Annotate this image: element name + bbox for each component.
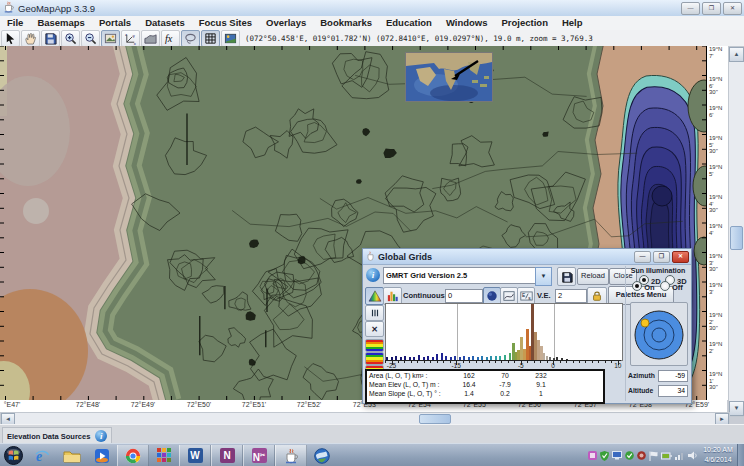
menu-item-bookmarks[interactable]: Bookmarks — [313, 16, 379, 30]
altitude-input[interactable]: 34 — [658, 385, 688, 397]
ve-input[interactable]: 2 — [555, 289, 587, 303]
palette-preset-1-button[interactable] — [365, 339, 384, 352]
minimize-button[interactable]: — — [681, 2, 700, 15]
histogram-tick-label: -15 — [446, 362, 466, 369]
dialog-restore-button[interactable]: ❐ — [653, 251, 670, 263]
menu-item-datasets[interactable]: Datasets — [138, 16, 192, 30]
zoom-in-icon[interactable] — [61, 30, 80, 47]
vertical-scrollbar[interactable]: ▲ ▼ — [728, 46, 744, 417]
tray-sync-icon[interactable] — [637, 451, 646, 460]
tray-volume-icon[interactable] — [688, 451, 698, 460]
reload-button[interactable]: Reload — [577, 268, 609, 285]
close-button[interactable]: ✕ — [723, 2, 742, 15]
tray-battery-icon[interactable] — [661, 452, 672, 460]
status-bar: Elevation Data Sources i — [0, 424, 744, 444]
horizontal-scroll-thumb[interactable] — [419, 414, 451, 424]
sun-off-dot — [660, 281, 670, 291]
scroll-up-icon[interactable]: ▲ — [729, 47, 744, 62]
histogram-tick — [585, 361, 586, 363]
menu-item-focus-sites[interactable]: Focus Sites — [192, 16, 259, 30]
start-button[interactable] — [0, 445, 27, 466]
grid-select-dropdown-icon[interactable]: ▼ — [535, 267, 552, 286]
show-desktop-button[interactable] — [737, 444, 744, 466]
dialog-title-bar[interactable]: Global Grids — ❐ ✕ — [363, 249, 691, 265]
word-icon[interactable]: W — [179, 445, 211, 466]
histogram-tick — [605, 361, 606, 363]
zoom-out-icon[interactable] — [81, 30, 100, 47]
onenote-clipper-icon[interactable]: N✂ — [243, 445, 275, 466]
continuous-input[interactable]: 0 — [445, 289, 483, 303]
hist-bars-button[interactable] — [365, 305, 384, 321]
save-icon[interactable] — [41, 30, 60, 47]
grid-select[interactable]: GMRT Grid Version 2.5 — [383, 267, 541, 284]
sun-off-radio[interactable]: Off — [660, 276, 684, 293]
elevation-data-sources-tab[interactable]: Elevation Data Sources i — [2, 427, 112, 444]
menu-item-help[interactable]: Help — [555, 16, 590, 30]
menu-item-projection[interactable]: Projection — [495, 16, 555, 30]
restore-button[interactable]: ❐ — [702, 2, 721, 15]
tray-app-icon[interactable] — [588, 451, 597, 460]
dialog-minimize-button[interactable]: — — [634, 251, 651, 263]
tray-update-icon[interactable] — [625, 451, 634, 460]
scroll-down-icon[interactable]: ▼ — [729, 401, 744, 416]
azimuth-input[interactable]: -59 — [658, 370, 688, 382]
java-app-icon[interactable] — [275, 445, 307, 466]
save-grid-button[interactable] — [557, 267, 576, 286]
histogram-tick — [501, 361, 502, 363]
basemap-palette-icon[interactable] — [221, 30, 240, 47]
internet-explorer-icon[interactable]: e — [27, 445, 57, 466]
onenote-icon[interactable]: N — [211, 445, 243, 466]
sun-direction-dial[interactable] — [630, 302, 688, 366]
app-grid-icon[interactable] — [149, 445, 179, 466]
lat-tick-label: 19°N 4' — [709, 223, 728, 236]
stats-value: 16.4 — [451, 380, 487, 389]
histogram-tick — [508, 361, 509, 363]
continuous-palette-button[interactable] — [365, 287, 384, 305]
histogram-tick-label: -25 — [382, 362, 402, 369]
xyz-axes-icon[interactable]: zxy — [121, 30, 140, 47]
grid-info-icon[interactable]: i — [366, 268, 380, 282]
svg-text:x: x — [134, 40, 137, 44]
histogram-tick — [469, 361, 470, 363]
pan-hand-icon[interactable] — [21, 30, 40, 47]
lat-tick-label: 19°N 6' 30'' — [709, 76, 728, 96]
histogram-tick — [495, 361, 496, 363]
histogram-tick — [437, 361, 438, 363]
lon-tick-label: 72°E51' — [236, 401, 272, 408]
menu-item-overlays[interactable]: Overlays — [259, 16, 313, 30]
taskbar-clock[interactable]: 10:20 AM 4/6/2014 — [700, 445, 736, 465]
lat-tick-label: 19°N 6' — [709, 105, 728, 118]
menu-item-windows[interactable]: Windows — [439, 16, 495, 30]
profile-icon[interactable] — [141, 30, 160, 47]
sun-on-radio[interactable]: On — [632, 276, 655, 293]
histogram-tick-label: 0 — [543, 362, 563, 369]
info-icon[interactable]: i — [95, 430, 107, 442]
image-view-icon[interactable] — [101, 30, 120, 47]
stats-value: 9.1 — [523, 380, 559, 389]
grid-view-icon[interactable] — [201, 30, 220, 47]
file-explorer-icon[interactable] — [57, 445, 87, 466]
chrome-icon[interactable] — [117, 445, 149, 466]
tray-flag-icon[interactable] — [649, 451, 658, 461]
menu-item-education[interactable]: Education — [379, 16, 439, 30]
media-player-icon[interactable] — [87, 445, 117, 466]
tray-network-icon[interactable] — [675, 451, 685, 460]
select-arrow-icon[interactable] — [1, 30, 20, 47]
google-earth-icon[interactable] — [307, 445, 337, 466]
taskbar: eWNN✂ 10:20 AM 4/6/2014 — [0, 443, 744, 466]
remove-palette-button[interactable]: ✕ — [365, 321, 384, 337]
function-fx-icon[interactable]: fx — [161, 30, 180, 47]
menu-item-file[interactable]: File — [0, 16, 30, 30]
inset-overview-map[interactable] — [405, 52, 493, 102]
vertical-scroll-thumb[interactable] — [730, 226, 743, 250]
tray-display-icon[interactable] — [612, 451, 622, 460]
menu-item-basemaps[interactable]: Basemaps — [30, 16, 92, 30]
menu-item-portals[interactable]: Portals — [92, 16, 138, 30]
dialog-close-button[interactable]: ✕ — [672, 251, 689, 263]
elevation-histogram[interactable] — [385, 303, 623, 361]
lasso-icon[interactable] — [181, 30, 200, 47]
histogram-tick — [430, 361, 431, 363]
stats-label: Mean Slope (L, O, T) ° : — [367, 389, 451, 398]
clock-date: 4/6/2014 — [700, 455, 736, 465]
tray-shield-icon[interactable] — [600, 451, 609, 461]
